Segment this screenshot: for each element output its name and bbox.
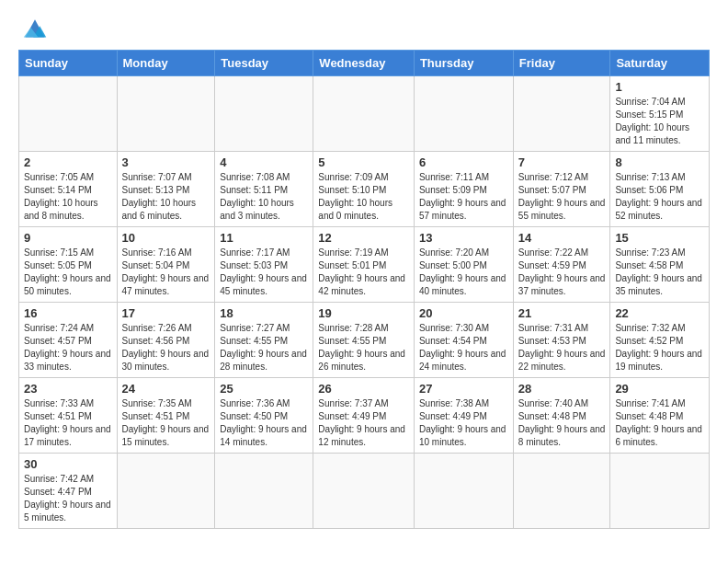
day-info: Sunrise: 7:27 AM Sunset: 4:55 PM Dayligh… [220, 322, 308, 373]
day-info: Sunrise: 7:37 AM Sunset: 4:49 PM Dayligh… [318, 397, 409, 449]
calendar-cell: 27Sunrise: 7:38 AM Sunset: 4:49 PM Dayli… [414, 378, 513, 454]
calendar-week-row: 16Sunrise: 7:24 AM Sunset: 4:57 PM Dayli… [19, 303, 710, 378]
weekday-header-monday: Monday [117, 51, 215, 76]
day-number: 24 [122, 382, 210, 396]
calendar-cell: 11Sunrise: 7:17 AM Sunset: 5:03 PM Dayli… [215, 227, 313, 303]
calendar-cell: 26Sunrise: 7:37 AM Sunset: 4:49 PM Dayli… [313, 378, 415, 454]
day-number: 3 [122, 155, 210, 169]
day-number: 2 [24, 155, 112, 169]
day-info: Sunrise: 7:31 AM Sunset: 4:53 PM Dayligh… [518, 322, 606, 373]
page: SundayMondayTuesdayWednesdayThursdayFrid… [0, 0, 728, 563]
calendar-cell: 3Sunrise: 7:07 AM Sunset: 5:13 PM Daylig… [117, 152, 215, 227]
day-info: Sunrise: 7:36 AM Sunset: 4:50 PM Dayligh… [220, 397, 308, 449]
calendar-cell: 1Sunrise: 7:04 AM Sunset: 5:15 PM Daylig… [610, 76, 710, 152]
day-number: 19 [318, 306, 409, 320]
day-number: 4 [220, 155, 308, 169]
day-info: Sunrise: 7:15 AM Sunset: 5:05 PM Dayligh… [24, 247, 112, 298]
day-info: Sunrise: 7:04 AM Sunset: 5:15 PM Dayligh… [615, 96, 704, 147]
calendar-cell: 22Sunrise: 7:32 AM Sunset: 4:52 PM Dayli… [610, 303, 710, 378]
calendar-cell [117, 76, 215, 152]
weekday-header-tuesday: Tuesday [215, 51, 313, 76]
calendar-cell [313, 454, 415, 529]
header [18, 15, 710, 40]
calendar-cell: 15Sunrise: 7:23 AM Sunset: 4:58 PM Dayli… [610, 227, 710, 303]
calendar-cell: 16Sunrise: 7:24 AM Sunset: 4:57 PM Dayli… [19, 303, 118, 378]
day-number: 27 [419, 382, 508, 396]
calendar-cell: 8Sunrise: 7:13 AM Sunset: 5:06 PM Daylig… [610, 152, 710, 227]
calendar-cell: 7Sunrise: 7:12 AM Sunset: 5:07 PM Daylig… [513, 152, 610, 227]
calendar-week-row: 1Sunrise: 7:04 AM Sunset: 5:15 PM Daylig… [19, 76, 710, 152]
day-number: 13 [419, 231, 508, 245]
calendar-cell: 18Sunrise: 7:27 AM Sunset: 4:55 PM Dayli… [215, 303, 313, 378]
day-number: 25 [220, 382, 308, 396]
day-number: 1 [615, 80, 704, 94]
day-number: 26 [318, 382, 409, 396]
calendar-cell [513, 454, 610, 529]
calendar-cell: 12Sunrise: 7:19 AM Sunset: 5:01 PM Dayli… [313, 227, 415, 303]
calendar-cell [414, 76, 513, 152]
calendar-week-row: 2Sunrise: 7:05 AM Sunset: 5:14 PM Daylig… [19, 152, 710, 227]
day-number: 30 [24, 457, 112, 471]
logo-icon [18, 15, 51, 40]
day-info: Sunrise: 7:24 AM Sunset: 4:57 PM Dayligh… [24, 322, 112, 373]
day-info: Sunrise: 7:23 AM Sunset: 4:58 PM Dayligh… [615, 247, 704, 298]
day-info: Sunrise: 7:32 AM Sunset: 4:52 PM Dayligh… [615, 322, 704, 373]
day-info: Sunrise: 7:28 AM Sunset: 4:55 PM Dayligh… [318, 322, 409, 373]
calendar-cell: 5Sunrise: 7:09 AM Sunset: 5:10 PM Daylig… [313, 152, 415, 227]
calendar-cell: 28Sunrise: 7:40 AM Sunset: 4:48 PM Dayli… [513, 378, 610, 454]
day-info: Sunrise: 7:35 AM Sunset: 4:51 PM Dayligh… [122, 397, 210, 449]
day-info: Sunrise: 7:26 AM Sunset: 4:56 PM Dayligh… [122, 322, 210, 373]
day-info: Sunrise: 7:40 AM Sunset: 4:48 PM Dayligh… [518, 397, 606, 449]
calendar-cell [117, 454, 215, 529]
day-number: 28 [518, 382, 606, 396]
day-info: Sunrise: 7:08 AM Sunset: 5:11 PM Dayligh… [220, 171, 308, 223]
weekday-header-wednesday: Wednesday [313, 51, 415, 76]
weekday-header-sunday: Sunday [19, 51, 118, 76]
day-number: 23 [24, 382, 112, 396]
day-info: Sunrise: 7:17 AM Sunset: 5:03 PM Dayligh… [220, 247, 308, 298]
calendar-cell: 24Sunrise: 7:35 AM Sunset: 4:51 PM Dayli… [117, 378, 215, 454]
day-info: Sunrise: 7:42 AM Sunset: 4:47 PM Dayligh… [24, 473, 112, 524]
calendar-cell: 14Sunrise: 7:22 AM Sunset: 4:59 PM Dayli… [513, 227, 610, 303]
calendar-week-row: 30Sunrise: 7:42 AM Sunset: 4:47 PM Dayli… [19, 454, 710, 529]
day-number: 14 [518, 231, 606, 245]
day-number: 6 [419, 155, 508, 169]
weekday-header-saturday: Saturday [610, 51, 710, 76]
day-info: Sunrise: 7:13 AM Sunset: 5:06 PM Dayligh… [615, 171, 704, 223]
calendar-cell [414, 454, 513, 529]
day-number: 9 [24, 231, 112, 245]
weekday-header-row: SundayMondayTuesdayWednesdayThursdayFrid… [19, 51, 710, 76]
calendar-cell: 20Sunrise: 7:30 AM Sunset: 4:54 PM Dayli… [414, 303, 513, 378]
weekday-header-friday: Friday [513, 51, 610, 76]
calendar-week-row: 9Sunrise: 7:15 AM Sunset: 5:05 PM Daylig… [19, 227, 710, 303]
calendar-cell: 29Sunrise: 7:41 AM Sunset: 4:48 PM Dayli… [610, 378, 710, 454]
day-number: 5 [318, 155, 409, 169]
calendar-cell: 4Sunrise: 7:08 AM Sunset: 5:11 PM Daylig… [215, 152, 313, 227]
calendar-cell: 25Sunrise: 7:36 AM Sunset: 4:50 PM Dayli… [215, 378, 313, 454]
day-info: Sunrise: 7:19 AM Sunset: 5:01 PM Dayligh… [318, 247, 409, 298]
day-info: Sunrise: 7:05 AM Sunset: 5:14 PM Dayligh… [24, 171, 112, 223]
calendar-cell: 2Sunrise: 7:05 AM Sunset: 5:14 PM Daylig… [19, 152, 118, 227]
day-info: Sunrise: 7:20 AM Sunset: 5:00 PM Dayligh… [419, 247, 508, 298]
day-number: 29 [615, 382, 704, 396]
calendar-cell: 19Sunrise: 7:28 AM Sunset: 4:55 PM Dayli… [313, 303, 415, 378]
logo [18, 15, 55, 40]
calendar-cell: 21Sunrise: 7:31 AM Sunset: 4:53 PM Dayli… [513, 303, 610, 378]
day-info: Sunrise: 7:11 AM Sunset: 5:09 PM Dayligh… [419, 171, 508, 223]
calendar-cell [19, 76, 118, 152]
day-number: 17 [122, 306, 210, 320]
day-number: 8 [615, 155, 704, 169]
day-info: Sunrise: 7:09 AM Sunset: 5:10 PM Dayligh… [318, 171, 409, 223]
calendar-cell: 13Sunrise: 7:20 AM Sunset: 5:00 PM Dayli… [414, 227, 513, 303]
day-number: 20 [419, 306, 508, 320]
day-number: 21 [518, 306, 606, 320]
calendar-cell: 6Sunrise: 7:11 AM Sunset: 5:09 PM Daylig… [414, 152, 513, 227]
day-number: 16 [24, 306, 112, 320]
calendar-cell: 30Sunrise: 7:42 AM Sunset: 4:47 PM Dayli… [19, 454, 118, 529]
day-info: Sunrise: 7:38 AM Sunset: 4:49 PM Dayligh… [419, 397, 508, 449]
day-info: Sunrise: 7:33 AM Sunset: 4:51 PM Dayligh… [24, 397, 112, 449]
calendar-cell [610, 454, 710, 529]
calendar-cell: 23Sunrise: 7:33 AM Sunset: 4:51 PM Dayli… [19, 378, 118, 454]
day-number: 12 [318, 231, 409, 245]
day-number: 18 [220, 306, 308, 320]
